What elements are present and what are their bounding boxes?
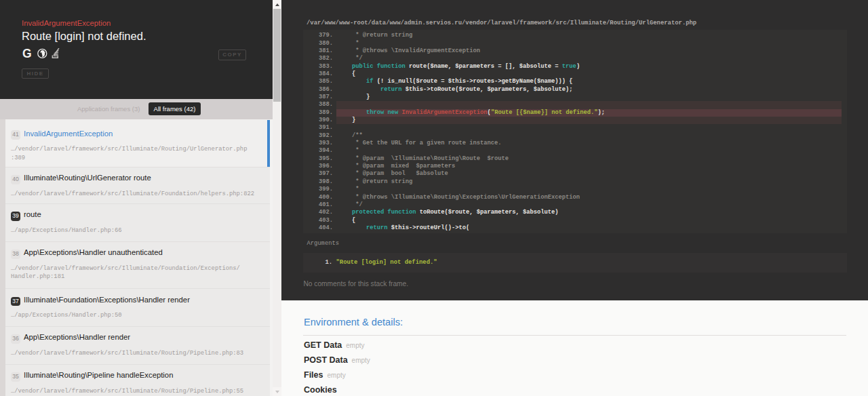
svg-text:G: G	[22, 48, 32, 60]
